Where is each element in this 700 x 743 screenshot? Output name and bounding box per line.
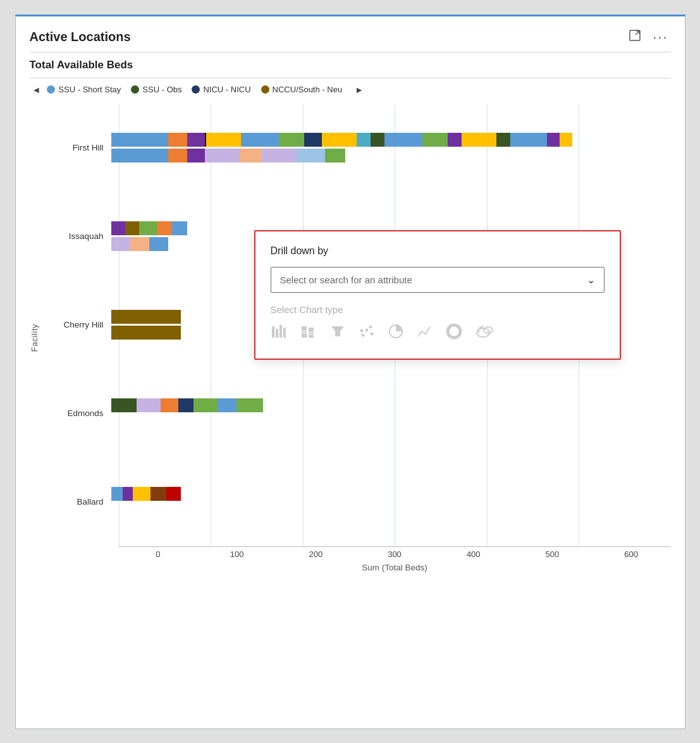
stacked-bar-icon[interactable]: [300, 322, 317, 345]
bar-seg: [304, 133, 322, 147]
active-locations-card: Active Locations ··· Total Available Bed…: [15, 15, 685, 729]
legend-item-ssu-obs: SSU - Obs: [131, 85, 181, 94]
bar-seg: [384, 133, 422, 147]
bar-label-cherryhill: Cherry Hill: [42, 320, 111, 329]
svg-line-1: [636, 31, 639, 35]
bar-track-ballard: [111, 483, 671, 521]
bar-seg: [172, 221, 187, 235]
table-row: Ballard: [42, 458, 671, 546]
bar-seg: [166, 487, 181, 501]
svg-rect-10: [309, 331, 314, 335]
svg-rect-4: [279, 325, 282, 338]
svg-point-14: [365, 328, 368, 331]
bar-label-edmonds: Edmonds: [42, 408, 111, 418]
svg-rect-8: [302, 326, 307, 330]
drill-down-title: Drill down by: [271, 245, 605, 257]
bar-seg: [168, 133, 187, 147]
bar-seg: [510, 133, 547, 147]
funnel-icon[interactable]: [329, 322, 347, 345]
bar-group-firsthill-top: [111, 133, 611, 147]
bar-seg: [187, 133, 205, 147]
bar-seg: [133, 487, 150, 501]
chart-area: Facility First Hill: [30, 104, 671, 572]
bar-seg: [149, 237, 168, 251]
bar-seg: [150, 487, 166, 501]
bar-seg: [496, 133, 510, 147]
legend-prev-button[interactable]: ◄: [30, 85, 44, 95]
svg-rect-11: [309, 328, 314, 331]
bar-seg: [187, 149, 205, 163]
bar-seg: [560, 133, 572, 147]
bar-seg: [241, 133, 279, 147]
bar-seg: [462, 133, 496, 147]
table-row: Edmonds: [42, 369, 671, 458]
svg-rect-6: [302, 334, 307, 338]
bar-seg: [322, 133, 357, 147]
svg-point-13: [361, 333, 364, 336]
bar-seg: [130, 237, 149, 251]
bar-seg: [125, 221, 139, 235]
x-tick-300: 300: [355, 550, 434, 559]
bar-seg: [111, 310, 181, 324]
legend-row: ◄ SSU - Short Stay SSU - Obs NICU - NICU…: [30, 85, 671, 95]
bar-seg: [139, 221, 157, 235]
bar-label-firsthill: First Hill: [42, 143, 111, 152]
y-axis-label: Facility: [30, 324, 39, 352]
word-cloud-icon[interactable]: [474, 322, 494, 345]
section-title: Total Available Beds: [30, 59, 671, 71]
pie-chart-icon[interactable]: [387, 322, 405, 345]
drill-dropdown-placeholder: Select or search for an attribute: [280, 274, 412, 285]
x-tick-600: 600: [592, 550, 671, 559]
legend-dot-nicu: [192, 85, 200, 94]
bar-seg: [206, 133, 241, 147]
bar-seg: [218, 398, 236, 412]
svg-rect-2: [272, 326, 274, 338]
x-axis-label: Sum (Total Beds): [119, 563, 671, 572]
bar-group-issaquah-top: [111, 221, 187, 235]
chart-type-label: Select Chart type: [271, 304, 605, 315]
bar-seg: [137, 398, 161, 412]
expand-button[interactable]: [626, 28, 644, 46]
svg-rect-7: [302, 330, 307, 334]
bar-seg: [279, 133, 304, 147]
header-divider: [30, 52, 671, 52]
section-divider: [30, 78, 671, 78]
bar-seg: [111, 487, 123, 501]
legend-item-nccu: NCCU/South - Neu: [261, 85, 343, 94]
more-options-button[interactable]: ···: [650, 28, 670, 47]
bar-seg: [178, 398, 193, 412]
bar-seg: [168, 149, 187, 163]
legend-label-ssu-obs: SSU - Obs: [142, 85, 181, 94]
bar-track-edmonds: [111, 395, 671, 433]
legend-dot-ssu-short: [47, 85, 55, 94]
bar-seg: [448, 133, 462, 147]
bar-seg: [297, 149, 325, 163]
svg-rect-5: [283, 328, 286, 338]
svg-point-15: [369, 325, 372, 328]
chart-type-icons: [271, 322, 605, 345]
legend-label-ssu-short: SSU - Short Stay: [58, 85, 121, 94]
svg-marker-12: [331, 326, 344, 336]
legend-item-nicu: NICU - NICU: [192, 85, 250, 94]
scatter-icon[interactable]: [358, 322, 376, 345]
svg-rect-9: [309, 335, 314, 338]
bar-label-ballard: Ballard: [42, 497, 111, 507]
table-row: First Hill: [42, 104, 671, 192]
bar-group-cherryhill-bot: [111, 326, 181, 340]
bar-group-ballard-top: [111, 487, 181, 501]
x-tick-0: 0: [119, 550, 198, 559]
bar-seg: [157, 221, 172, 235]
bar-group-issaquah-bot: [111, 237, 168, 251]
bar-track-firsthill: [111, 129, 671, 167]
bar-chart-icon[interactable]: [271, 322, 288, 345]
card-header: Active Locations ···: [30, 28, 671, 47]
bar-group-edmonds-top: [111, 398, 263, 412]
bar-label-issaquah: Issaquah: [42, 231, 111, 241]
bar-group-firsthill-bot: [111, 149, 345, 163]
donut-chart-icon[interactable]: [445, 322, 463, 345]
line-chart-icon[interactable]: [416, 322, 434, 345]
svg-point-17: [370, 332, 373, 335]
legend-next-button[interactable]: ►: [352, 85, 366, 95]
drill-down-dropdown[interactable]: Select or search for an attribute ⌄: [271, 267, 605, 293]
bar-seg: [240, 149, 262, 163]
